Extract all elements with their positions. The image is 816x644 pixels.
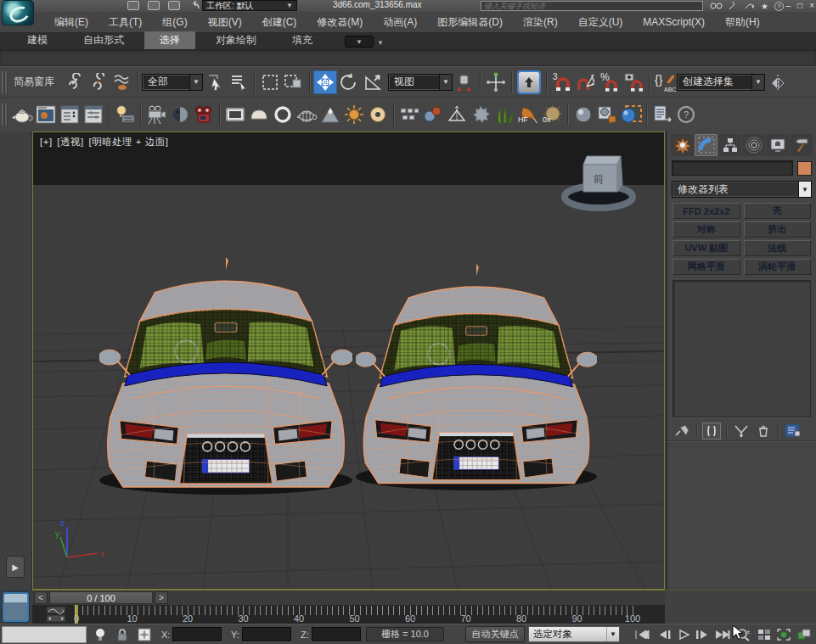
bind-to-space-warp-icon[interactable]: [110, 70, 134, 94]
select-and-rotate-button[interactable]: [337, 70, 361, 94]
viewport-menu-shading[interactable]: [明暗处理 + 边面]: [88, 137, 168, 147]
maxscript-mini-listener[interactable]: [2, 626, 87, 643]
primitive-ring-icon[interactable]: [271, 103, 295, 126]
toolbar-drag-handle[interactable]: [2, 104, 8, 126]
hair-fur-icon[interactable]: HF: [516, 103, 540, 126]
z-coord-field[interactable]: [312, 627, 361, 641]
modifier-set-button[interactable]: 壳: [744, 203, 812, 219]
tab-display[interactable]: [766, 134, 789, 156]
go-to-end-button[interactable]: [713, 626, 731, 642]
donut-icon[interactable]: [366, 103, 390, 126]
modifier-set-button[interactable]: 法线: [744, 240, 812, 256]
menu-item[interactable]: 图形编辑器(D): [427, 13, 513, 32]
perspective-viewport[interactable]: [+] [透视] [明暗处理 + 边面]: [32, 132, 665, 590]
mountain-icon[interactable]: [318, 103, 342, 126]
save-file-icon[interactable]: [168, 1, 180, 10]
select-by-name-icon[interactable]: [227, 70, 250, 94]
render-presets-list-icon[interactable]: [58, 103, 82, 126]
menu-item[interactable]: 自定义(U): [568, 13, 633, 32]
render-setup-ball-icon[interactable]: [619, 103, 643, 126]
shaded-head-icon[interactable]: [168, 103, 192, 126]
render-setup-teapot-icon[interactable]: [10, 103, 34, 126]
use-pivot-point-icon[interactable]: [453, 70, 476, 94]
percent-snap-toggle-icon[interactable]: %: [598, 70, 622, 94]
select-object-icon[interactable]: [203, 70, 227, 94]
select-and-scale-button[interactable]: [361, 70, 385, 94]
light-lister-icon[interactable]: [113, 103, 137, 126]
remove-modifier-icon[interactable]: [754, 423, 773, 440]
spinner-snap-toggle-icon[interactable]: [622, 70, 645, 94]
rock-noise-icon[interactable]: [469, 103, 492, 126]
selection-filter-dropdown[interactable]: 全部 ▼: [142, 74, 203, 91]
grass-icon[interactable]: [492, 103, 516, 126]
toolbar-drag-handle[interactable]: [2, 71, 8, 93]
next-frame-slider-button[interactable]: >: [155, 591, 168, 604]
object-name-field[interactable]: [672, 160, 793, 176]
snaps-toggle-3d-icon[interactable]: 3: [550, 70, 574, 94]
maximize-button[interactable]: □: [797, 1, 802, 10]
angle-snap-toggle-icon[interactable]: [574, 70, 598, 94]
time-slider-value[interactable]: 0 / 100: [49, 591, 153, 604]
key-icon[interactable]: [729, 2, 739, 10]
document-exchange-icon[interactable]: [650, 103, 674, 126]
maximize-viewport-toggle-button[interactable]: [795, 626, 813, 642]
play-animation-button[interactable]: [675, 626, 693, 642]
minimize-button[interactable]: –: [786, 1, 791, 10]
menu-item[interactable]: MAXScript(X): [633, 14, 715, 31]
linked-spheres-icon[interactable]: [421, 103, 445, 126]
key-filter-dropdown[interactable]: 选定对象 ▼: [528, 626, 620, 642]
primitive-blob-icon[interactable]: [247, 103, 271, 126]
ribbon-options-caret[interactable]: ▼: [377, 39, 384, 47]
named-selection-sets-dropdown[interactable]: 创建选择集 ▼: [677, 74, 765, 91]
next-frame-button[interactable]: [693, 626, 711, 642]
menu-item[interactable]: 组(G): [152, 13, 197, 32]
pin-stack-icon[interactable]: [672, 423, 691, 440]
pyramid-gizmo-icon[interactable]: [445, 103, 469, 126]
y-coord-field[interactable]: [242, 627, 291, 641]
keyboard-shortcut-override-toggle[interactable]: [519, 72, 539, 92]
help-circle-icon[interactable]: ?: [674, 103, 698, 126]
isolate-selection-icon[interactable]: [92, 627, 109, 642]
menu-item[interactable]: 修改器(M): [307, 13, 373, 32]
edit-named-selection-sets-icon[interactable]: {}ABC: [653, 70, 677, 94]
modifier-set-button[interactable]: 挤出: [744, 221, 812, 238]
mini-curve-editor-icon[interactable]: [47, 607, 65, 624]
select-and-move-button[interactable]: [313, 70, 337, 94]
timeline-ruler[interactable]: 0102030405060708090100: [32, 605, 665, 624]
array-boxes-icon[interactable]: [397, 103, 421, 126]
select-and-manipulate-icon[interactable]: [484, 70, 508, 94]
search-input[interactable]: [481, 2, 702, 10]
tab-utilities[interactable]: [790, 134, 813, 156]
sun-icon[interactable]: [342, 103, 366, 126]
menu-item[interactable]: 视图(V): [198, 13, 252, 32]
rectangular-selection-region-icon[interactable]: [258, 70, 282, 94]
auto-key-button[interactable]: 自动关键点: [465, 626, 525, 642]
modifier-set-button[interactable]: FFD 2x2x2: [672, 203, 740, 219]
close-button[interactable]: ×: [809, 1, 814, 10]
previous-frame-button[interactable]: [656, 626, 673, 642]
wireframe-teapot-icon[interactable]: [295, 103, 318, 126]
zoom-extents-button[interactable]: [774, 626, 792, 642]
go-to-start-button[interactable]: [633, 626, 650, 642]
object-color-swatch[interactable]: [797, 161, 812, 176]
expand-panel-button[interactable]: ▶: [6, 556, 25, 578]
help-icon[interactable]: ?: [774, 2, 784, 11]
ribbon-tab[interactable]: 建模: [12, 31, 63, 49]
show-end-result-toggle[interactable]: [702, 423, 721, 440]
zoom-all-views-button[interactable]: [755, 626, 773, 642]
mirror-icon[interactable]: [767, 70, 791, 94]
open-file-icon[interactable]: [148, 1, 160, 10]
menu-item[interactable]: 渲染(R): [513, 13, 568, 32]
modifier-set-button[interactable]: 涡轮平滑: [744, 259, 812, 275]
unlink-selection-icon[interactable]: [87, 70, 110, 94]
rendered-frame-window-icon[interactable]: [34, 103, 58, 126]
tab-create[interactable]: [671, 134, 694, 156]
modifier-set-button[interactable]: 网格平滑: [672, 259, 740, 275]
x-coord-field[interactable]: [172, 627, 222, 641]
video-camera-red-icon[interactable]: [192, 103, 216, 126]
search-box[interactable]: [481, 1, 703, 11]
tab-motion[interactable]: [742, 134, 765, 156]
environment-settings-icon[interactable]: [82, 103, 105, 126]
viewport-menu-general[interactable]: [+]: [40, 137, 53, 147]
modifier-list-dropdown[interactable]: 修改器列表 ▼: [672, 181, 812, 198]
